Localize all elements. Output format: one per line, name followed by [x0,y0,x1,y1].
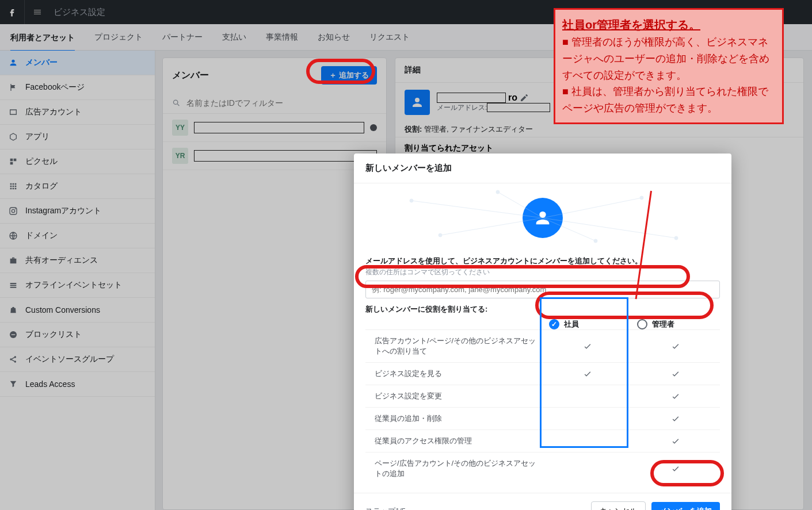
check-cell [632,436,720,446]
svg-point-19 [674,236,678,240]
annotation-body-2: ■ 社員は、管理者から割り当てられた権限でページや広告の管理ができます。 [562,83,775,117]
svg-line-15 [543,218,596,241]
svg-line-13 [543,218,676,238]
svg-line-12 [543,198,642,218]
annotation-headline: 社員or管理者を選択する。 [562,16,775,34]
employee-column-highlight [540,297,628,448]
role-option-admin[interactable]: 管理者 [631,319,720,329]
check-cell [632,342,720,351]
check-cell [632,369,720,378]
check-cell [632,414,720,423]
svg-point-17 [439,233,442,237]
annotation-circle [306,59,375,84]
permission-label: 従業員のアクセス権限の管理 [365,436,543,446]
permission-label: ビジネス設定を見る [365,369,543,379]
network-graphic [354,183,731,252]
step-indicator: ステップ1/5 [365,506,591,510]
svg-line-14 [498,192,543,218]
svg-line-10 [411,201,543,218]
permission-label: 広告アカウント/ページ/その他のビジネスアセットへの割り当て [365,336,543,356]
svg-line-11 [440,218,543,235]
permission-label: 従業員の追加・削除 [365,413,543,424]
annotation-body-1: ■ 管理者のほうが権限が高く、ビジネスマネージャへのユーザーの追加・削除などを含… [562,34,775,83]
cancel-button[interactable]: キャンセル [591,501,646,510]
svg-point-20 [496,190,500,194]
permission-label: ページ/広告アカウント/その他のビジネスアセットの追加 [365,458,543,479]
modal-hero [354,183,731,252]
annotation-circle [650,460,724,486]
modal-title: 新しいメンバーを追加 [354,154,731,183]
annotation-callout: 社員or管理者を選択する。 ■ 管理者のほうが権限が高く、ビジネスマネージャへの… [554,8,784,124]
svg-point-21 [594,239,597,243]
permission-label: ビジネス設定を変更 [365,391,543,401]
check-cell [632,392,720,401]
svg-point-18 [640,196,643,200]
radio-unchecked-icon [637,319,647,329]
svg-point-16 [410,199,413,202]
add-member-submit-button[interactable]: メンバーを追加 [651,502,720,510]
